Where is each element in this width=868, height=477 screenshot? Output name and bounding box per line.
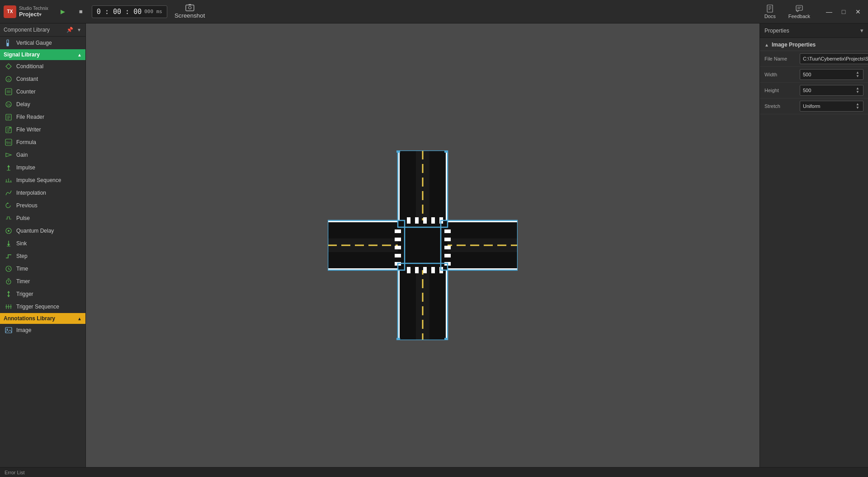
svg-text:1s: 1s <box>7 103 10 106</box>
svg-rect-11 <box>7 43 9 46</box>
file-reader-label: File Reader <box>16 114 44 120</box>
height-row: Height 500 ▲ ▼ <box>760 83 868 98</box>
properties-panel: Properties ▾ ▲ Image Properties File Nam… <box>760 23 868 467</box>
properties-header: Properties ▾ <box>760 23 868 38</box>
svg-rect-102 <box>431 267 435 273</box>
svg-point-60 <box>7 329 8 330</box>
svg-rect-96 <box>423 217 427 224</box>
sidebar-scroll[interactable]: Vertical Gauge Signal Library ▲ Conditio… <box>0 37 85 467</box>
docs-button[interactable]: Docs <box>761 3 779 21</box>
stretch-spin: ▲ ▼ <box>855 103 860 110</box>
sidebar-item-sink[interactable]: Sink <box>0 237 85 250</box>
close-button[interactable]: ✕ <box>852 5 864 18</box>
interpolation-icon <box>5 189 13 197</box>
canvas-content <box>328 150 518 340</box>
trigger-sequence-icon <box>5 303 13 311</box>
height-text: 500 <box>803 88 855 93</box>
width-label: Width <box>764 72 796 77</box>
trigger-sequence-label: Trigger Sequence <box>16 304 59 310</box>
sidebar-item-counter[interactable]: Counter <box>0 85 85 98</box>
sidebar-item-vertical-gauge[interactable]: Vertical Gauge <box>0 37 85 49</box>
trigger-label: Trigger <box>16 291 33 297</box>
image-icon <box>5 326 13 334</box>
intersection-image <box>328 150 518 340</box>
svg-rect-99 <box>407 267 410 273</box>
svg-rect-97 <box>431 217 435 224</box>
project-name: Project▾ <box>19 11 48 18</box>
pulse-label: Pulse <box>16 215 30 221</box>
sidebar-item-image[interactable]: Image <box>0 324 85 337</box>
play-button[interactable]: ▶ <box>56 5 70 19</box>
delay-label: Delay <box>16 101 30 108</box>
annotations-library-section[interactable]: Annotations Library ▲ <box>0 313 85 324</box>
svg-rect-111 <box>444 338 448 340</box>
pulse-icon <box>5 214 13 222</box>
toolbar-right: Docs Feedback — □ ✕ <box>761 3 864 21</box>
sidebar-item-pulse[interactable]: Pulse <box>0 212 85 224</box>
minimize-button[interactable]: — <box>823 5 835 18</box>
conditional-icon <box>5 62 13 70</box>
svg-marker-12 <box>6 64 11 69</box>
sidebar: Component Library 📌 ▾ Vertical Gauge Sig… <box>0 23 86 467</box>
sink-label: Sink <box>16 240 27 247</box>
feedback-button[interactable]: Feedback <box>785 3 814 21</box>
svg-text:0: 0 <box>8 78 10 82</box>
svg-rect-101 <box>423 267 427 273</box>
sidebar-item-gain[interactable]: Gain <box>0 149 85 161</box>
canvas-area[interactable] <box>86 23 760 467</box>
width-down[interactable]: ▼ <box>855 75 860 78</box>
sidebar-item-time[interactable]: Time <box>0 262 85 275</box>
sidebar-item-quantum-delay[interactable]: Quantum Delay <box>0 224 85 237</box>
maximize-button[interactable]: □ <box>837 5 850 18</box>
svg-rect-87 <box>395 254 401 257</box>
time-icon <box>5 265 13 273</box>
vertical-gauge-icon <box>5 39 13 47</box>
sidebar-item-delay[interactable]: 1s Delay <box>0 98 85 111</box>
impulse-sequence-label: Impulse Sequence <box>16 177 61 183</box>
height-down[interactable]: ▼ <box>855 90 860 94</box>
screenshot-button[interactable]: Screenshot <box>171 2 208 21</box>
sidebar-item-previous[interactable]: Previous <box>0 199 85 212</box>
svg-marker-53 <box>7 291 10 293</box>
screenshot-icon <box>185 4 194 11</box>
sidebar-item-timer[interactable]: Timer <box>0 275 85 288</box>
sidebar-item-formula[interactable]: f(x) Formula <box>0 136 85 149</box>
signal-library-section[interactable]: Signal Library ▲ <box>0 49 85 60</box>
vertical-gauge-label: Vertical Gauge <box>16 40 52 46</box>
sidebar-item-interpolation[interactable]: Interpolation <box>0 187 85 199</box>
stretch-down[interactable]: ▼ <box>855 106 860 110</box>
sidebar-item-impulse-sequence[interactable]: Impulse Sequence <box>0 174 85 187</box>
constant-label: Constant <box>16 76 38 82</box>
interpolation-label: Interpolation <box>16 190 46 196</box>
sidebar-item-file-reader[interactable]: File Reader <box>0 111 85 123</box>
svg-rect-91 <box>444 246 451 249</box>
stop-button[interactable]: ■ <box>74 5 88 19</box>
sidebar-item-step[interactable]: Step <box>0 250 85 262</box>
sidebar-item-file-writer[interactable]: File Writer <box>0 123 85 136</box>
sidebar-collapse-button[interactable]: ▾ <box>76 26 82 33</box>
sidebar-item-impulse[interactable]: Impulse <box>0 161 85 174</box>
sink-icon <box>5 239 13 248</box>
image-properties-header[interactable]: ▲ Image Properties <box>760 38 868 51</box>
sidebar-pin-button[interactable]: 📌 <box>65 26 75 33</box>
toolbar: TX Studio Technix Project▾ ▶ ■ 0 : 00 : … <box>0 0 868 23</box>
stretch-value[interactable]: Uniform ▲ ▼ <box>800 101 863 112</box>
sidebar-item-trigger[interactable]: Trigger <box>0 288 85 300</box>
width-text: 500 <box>803 72 855 77</box>
properties-collapse-button[interactable]: ▾ <box>860 27 863 34</box>
width-value[interactable]: 500 ▲ ▼ <box>800 69 863 80</box>
file-name-value[interactable]: C:\Tuur\Cybernetix\Projects\Stu ... ▲ ▼ <box>800 53 868 64</box>
svg-rect-7 <box>796 5 802 10</box>
svg-rect-94 <box>407 217 410 224</box>
width-row: Width 500 ▲ ▼ <box>760 67 868 83</box>
sidebar-item-constant[interactable]: 0 Constant <box>0 73 85 85</box>
svg-rect-86 <box>395 246 401 249</box>
sidebar-controls: 📌 ▾ <box>65 26 82 33</box>
impulse-label: Impulse <box>16 164 35 171</box>
svg-marker-54 <box>7 295 10 297</box>
height-value[interactable]: 500 ▲ ▼ <box>800 85 863 96</box>
sidebar-item-conditional[interactable]: Conditional <box>0 60 85 73</box>
sidebar-item-trigger-sequence[interactable]: Trigger Sequence <box>0 300 85 313</box>
time-label: Time <box>16 266 28 272</box>
gain-icon <box>5 151 13 159</box>
